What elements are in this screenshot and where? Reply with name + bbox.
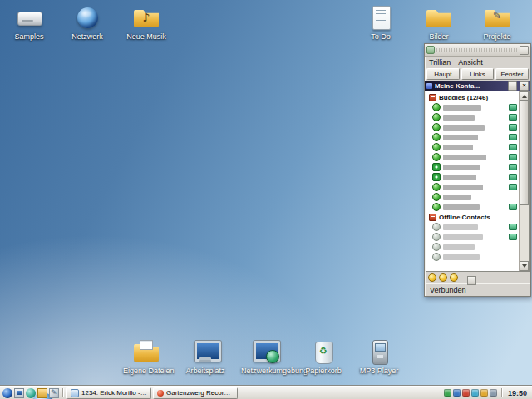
desktop-icon[interactable]: Projekte bbox=[474, 3, 520, 41]
menu-item[interactable]: Ansicht bbox=[458, 58, 483, 66]
section-header-buddies[interactable]: Buddies (12/46) bbox=[427, 92, 519, 102]
contact-row[interactable] bbox=[427, 222, 519, 232]
trillian-tray-icon bbox=[426, 46, 435, 54]
smiley-icon[interactable] bbox=[439, 273, 447, 282]
taskbar-separator bbox=[501, 388, 502, 397]
desktop-icon[interactable]: Netzwerkumgebung bbox=[241, 337, 288, 375]
contact-name-blurred bbox=[443, 224, 478, 230]
collapse-icon[interactable] bbox=[429, 214, 436, 221]
desktop-background: Samples Netzwerk Neue Musik To Do Bilder bbox=[0, 0, 532, 387]
status-icon bbox=[432, 153, 441, 161]
section-label: Offline Contacts bbox=[439, 214, 490, 221]
quick-launch-icon[interactable] bbox=[37, 388, 47, 398]
contact-row[interactable] bbox=[427, 152, 519, 162]
smiley-icon[interactable] bbox=[450, 273, 458, 282]
tab-button[interactable]: Haupt bbox=[426, 68, 460, 80]
tab-button[interactable]: Links bbox=[461, 68, 495, 80]
contact-row[interactable] bbox=[427, 112, 519, 122]
titlebar-grip[interactable] bbox=[436, 48, 518, 52]
tray-icon[interactable] bbox=[480, 389, 488, 397]
contact-row[interactable] bbox=[427, 122, 519, 132]
tray-icon[interactable] bbox=[453, 389, 461, 397]
desktop-icon-image bbox=[12, 3, 46, 32]
desktop-icon-label: Arbeitsplatz bbox=[182, 367, 229, 375]
contact-row[interactable] bbox=[427, 202, 519, 212]
scroll-down-icon[interactable] bbox=[520, 261, 529, 271]
desktop-icon[interactable]: Bilder bbox=[416, 3, 462, 41]
desktop-icon[interactable]: Neue Musik bbox=[123, 3, 170, 41]
mail-icon bbox=[509, 184, 517, 190]
tray-icon[interactable] bbox=[444, 389, 451, 397]
contact-row[interactable] bbox=[427, 232, 519, 242]
contact-row[interactable] bbox=[427, 132, 519, 142]
scrollbar-thumb[interactable] bbox=[520, 100, 529, 205]
contact-name-blurred bbox=[443, 125, 485, 131]
tray-icon[interactable] bbox=[471, 389, 479, 397]
quick-launch-icon[interactable] bbox=[14, 388, 24, 398]
tray-icon[interactable] bbox=[462, 389, 470, 397]
desktop-icon[interactable]: Eigene Dateien bbox=[123, 337, 170, 375]
desktop-icon-image bbox=[189, 337, 222, 366]
quick-launch-icon[interactable] bbox=[49, 388, 59, 398]
contact-name-blurred bbox=[443, 145, 473, 150]
mail-icon bbox=[509, 124, 517, 131]
desktop-icon-label: MP3 Player bbox=[356, 367, 402, 375]
desktop-icon[interactable]: Arbeitsplatz bbox=[182, 337, 229, 375]
desktop-icon-label: To Do bbox=[357, 32, 404, 41]
contact-row[interactable] bbox=[427, 242, 519, 252]
clock[interactable]: 19:50 bbox=[505, 389, 530, 397]
trillian-titlebar[interactable] bbox=[425, 44, 530, 57]
status-icon bbox=[432, 203, 441, 211]
contact-name-blurred bbox=[443, 165, 480, 170]
quick-launch-icon[interactable] bbox=[26, 388, 36, 398]
scrollbar[interactable] bbox=[519, 91, 529, 271]
tab-button[interactable]: Fenster bbox=[495, 68, 529, 80]
contact-name-blurred bbox=[443, 155, 486, 160]
status-icon bbox=[432, 133, 441, 141]
quick-launch-icon[interactable] bbox=[2, 388, 12, 398]
contact-list: Buddies (12/46) bbox=[426, 91, 530, 272]
contact-name-blurred bbox=[443, 244, 475, 250]
contact-row[interactable] bbox=[427, 252, 519, 262]
collapse-icon[interactable] bbox=[429, 94, 436, 101]
mail-icon bbox=[509, 174, 517, 180]
contact-row[interactable] bbox=[427, 142, 519, 152]
smiley-icon[interactable] bbox=[428, 273, 436, 282]
contact-name-blurred bbox=[443, 234, 483, 240]
section-header-offline[interactable]: Offline Contacts bbox=[427, 212, 519, 222]
contact-list-icon bbox=[426, 83, 432, 89]
contact-name-blurred bbox=[443, 195, 471, 200]
contact-row[interactable] bbox=[427, 192, 519, 202]
window-shade-button[interactable] bbox=[520, 46, 529, 55]
contact-row[interactable] bbox=[427, 182, 519, 192]
close-button[interactable]: × bbox=[520, 81, 529, 91]
contact-row[interactable] bbox=[427, 102, 519, 112]
desktop-icons-bottom: Eigene Dateien Arbeitsplatz Netzwerkumge… bbox=[0, 337, 532, 387]
contact-list-caption[interactable]: Meine Konta... – × bbox=[425, 81, 530, 91]
contact-name-blurred bbox=[443, 105, 481, 111]
contact-row[interactable] bbox=[427, 172, 519, 182]
contact-row[interactable] bbox=[427, 162, 519, 172]
desktop-icon[interactable]: To Do bbox=[357, 3, 404, 41]
status-icon bbox=[432, 143, 441, 151]
desktop-icon[interactable]: Papierkorb bbox=[300, 337, 347, 375]
connection-status-bar: Verbunden bbox=[425, 283, 530, 296]
mail-icon bbox=[509, 134, 517, 140]
desktop-icon[interactable]: Samples bbox=[6, 3, 52, 41]
menu-item[interactable]: Trillian bbox=[429, 58, 451, 66]
desktop-icon-label: Samples bbox=[6, 32, 52, 41]
desktop-icon[interactable]: MP3 Player bbox=[356, 337, 402, 375]
taskbar-separator bbox=[62, 388, 63, 397]
minimize-button[interactable]: – bbox=[508, 81, 517, 91]
contact-name-blurred bbox=[443, 185, 483, 190]
mail-icon bbox=[509, 164, 517, 170]
tray-icon[interactable] bbox=[490, 389, 497, 397]
toolbar-extra-icon[interactable] bbox=[467, 276, 476, 285]
trillian-toolbar bbox=[425, 272, 530, 283]
task-button[interactable]: Gartenzwerg Records ... bbox=[153, 387, 238, 399]
desktop-icon[interactable]: Netzwerk bbox=[64, 3, 111, 41]
contact-list-title: Meine Konta... bbox=[435, 82, 505, 90]
task-button[interactable]: 1234. Erick Morillo - Li... bbox=[66, 387, 151, 399]
mail-icon bbox=[509, 114, 517, 121]
status-icon bbox=[432, 173, 441, 181]
